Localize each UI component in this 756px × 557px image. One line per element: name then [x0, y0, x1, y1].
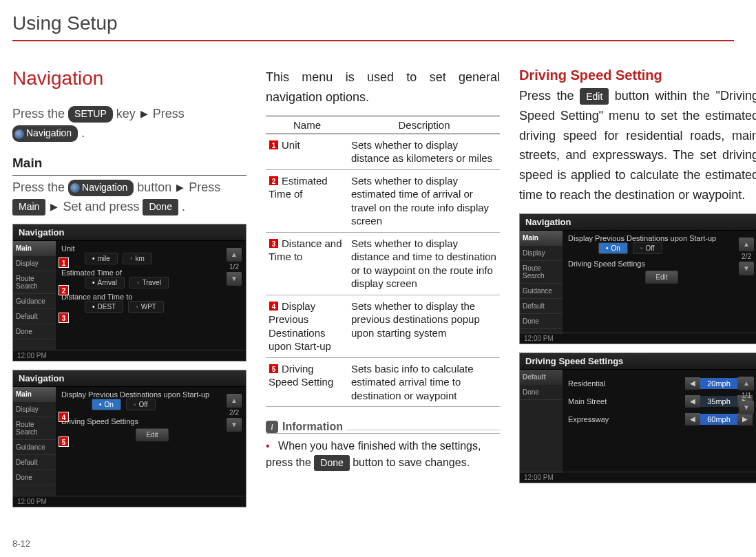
sidebar-item[interactable]: Done [520, 314, 563, 329]
edit-pill: Edit [580, 88, 609, 105]
screenshot-nav-main-2: Navigation Main Display Route Search Gui… [12, 370, 246, 507]
sidebar-item[interactable]: Done [13, 324, 56, 339]
name: Distance and Time to [269, 238, 342, 263]
sidebar-item[interactable]: Main [13, 387, 56, 402]
text: . [182, 200, 185, 213]
sidebar-item[interactable]: Guidance [520, 284, 563, 299]
table-row: 4Display Previous Destinations upon Star… [266, 295, 500, 357]
wpt-option[interactable]: WPT [128, 301, 164, 313]
column-2: This menu is used to set general navigat… [266, 67, 500, 516]
edit-button[interactable]: Edit [645, 271, 678, 284]
residential-row: Residential ◀ 20mph ▶ [568, 377, 753, 390]
scroll-up[interactable]: ▲ [739, 377, 754, 390]
scroll-up[interactable]: ▲ [227, 248, 242, 262]
text: . [81, 126, 85, 140]
sidebar-item[interactable]: Display [13, 256, 56, 271]
expressway-row: Expressway ◀ 60mph ▶ [568, 413, 753, 425]
text: Navigation [26, 127, 72, 138]
callout-1: 1 [59, 258, 69, 268]
column-3: Driving Speed Setting Press the Edit but… [519, 67, 756, 516]
main-subheading: Main [12, 156, 54, 172]
triangle-icon: ▶ [50, 201, 58, 212]
decrease-icon[interactable]: ◀ [685, 395, 700, 408]
scroll-down[interactable]: ▼ [739, 262, 754, 275]
sidebar-item[interactable]: Route Search [13, 417, 56, 440]
scroll-up[interactable]: ▲ [227, 394, 242, 408]
information-list: When you have finished with the settings… [266, 438, 500, 471]
screenshot-content: Residential ◀ 20mph ▶ Main Street ◀ 35mp… [563, 370, 756, 473]
off-option[interactable]: Off [126, 399, 156, 410]
screenshot-sidebar: Main Display Route Search Guidance Defau… [13, 387, 56, 496]
sidebar-item[interactable]: Route Search [13, 271, 56, 294]
on-option[interactable]: On [598, 242, 628, 254]
speed-value: 20mph [700, 378, 737, 389]
screenshot-footer-time: 12:00 PM [13, 350, 246, 361]
off-option[interactable]: Off [633, 242, 662, 254]
sidebar-item[interactable]: Done [520, 385, 563, 400]
screenshot-title: Navigation [13, 224, 246, 241]
edit-button[interactable]: Edit [136, 428, 168, 441]
scroll-down[interactable]: ▼ [227, 418, 242, 432]
description: Sets whether to display distance as kilo… [348, 134, 500, 169]
dest-option[interactable]: DEST [85, 301, 123, 313]
estimated-time-row: Estimated Time of Arrival Travel [61, 269, 240, 288]
sidebar-item[interactable]: Display [13, 402, 56, 417]
navigation-pill: Navigation [12, 125, 78, 142]
travel-option[interactable]: Travel [129, 277, 169, 288]
sidebar-item[interactable]: Guidance [13, 294, 56, 309]
scroll-indicator: ▲ 1/1 ▼ [739, 377, 754, 414]
scroll-down[interactable]: ▼ [227, 272, 242, 286]
driving-speed-heading: Driving Speed Setting [519, 67, 756, 83]
decrease-icon[interactable]: ◀ [685, 413, 700, 425]
scroll-indicator: ▲ 2/2 ▼ [227, 394, 242, 432]
sidebar-item[interactable]: Main [520, 231, 563, 246]
globe-icon [14, 129, 24, 139]
increase-icon[interactable]: ▶ [737, 413, 753, 425]
main-instruction: Press the Navigation button ▶ Press Main… [12, 178, 246, 217]
sidebar-item[interactable]: Default [520, 370, 563, 385]
driving-speed-row: Driving Speed Settings Edit [61, 417, 240, 441]
name: Unit [282, 139, 300, 151]
sidebar-item[interactable]: Default [520, 299, 563, 314]
screenshot-nav-speed-link: Navigation Main Display Route Search Gui… [519, 213, 756, 344]
page-title: Using Setup [12, 12, 734, 41]
sidebar-item[interactable]: Done [13, 470, 56, 485]
on-option[interactable]: On [92, 399, 121, 410]
globe-icon [70, 183, 80, 193]
callout-icon: 4 [269, 301, 279, 311]
description: Sets basic info to calculate estimated a… [348, 357, 500, 407]
prev-destinations-row: Display Previous Destinations upon Start… [61, 390, 240, 410]
text: Set and press [63, 200, 143, 213]
sidebar-item[interactable]: Route Search [520, 261, 563, 284]
done-pill: Done [314, 455, 349, 471]
text: Press the [12, 180, 68, 194]
unit-km-option[interactable]: km [123, 253, 152, 264]
decrease-icon[interactable]: ◀ [685, 377, 700, 390]
page-indicator: 2/2 [742, 253, 751, 260]
prev-destinations-row: Display Previous Destinations upon Start… [568, 234, 753, 254]
navigation-pill: Navigation [68, 180, 134, 196]
arrival-option[interactable]: Arrival [85, 277, 125, 288]
sidebar-item[interactable]: Guidance [13, 440, 56, 455]
label: Display Previous Destinations upon Start… [568, 234, 716, 242]
sidebar-item[interactable]: Default [13, 309, 56, 324]
unit-row: Unit mile km [61, 244, 240, 264]
sidebar-item[interactable]: Display [520, 246, 563, 261]
table-row: 1Unit Sets whether to display distance a… [266, 134, 500, 169]
text: Press the [519, 89, 580, 103]
screenshot-content: Unit mile km 1 Estimated Time of Arrival… [56, 241, 246, 350]
sidebar-item[interactable]: Main [13, 241, 56, 256]
description: Sets whether to display estimated time o… [348, 169, 500, 232]
scroll-up[interactable]: ▲ [739, 238, 754, 251]
text: button within the "Driving Speed Setting… [519, 89, 756, 202]
screenshot-driving-speed: Driving Speed Settings Default Done Resi… [519, 353, 756, 483]
screenshot-nav-main-1: Navigation Main Display Route Search Gui… [12, 224, 246, 361]
driving-speed-body: Press the Edit button within the "Drivin… [519, 86, 756, 205]
info-icon: i [266, 421, 278, 433]
unit-mile-option[interactable]: mile [85, 253, 118, 264]
description: Sets whether to display the previous des… [348, 295, 500, 357]
page-indicator: 1/1 [742, 392, 751, 399]
sidebar-item[interactable]: Default [13, 455, 56, 470]
main-block: Main Press the Navigation button ▶ Press… [12, 156, 246, 217]
scroll-down[interactable]: ▼ [739, 401, 754, 414]
